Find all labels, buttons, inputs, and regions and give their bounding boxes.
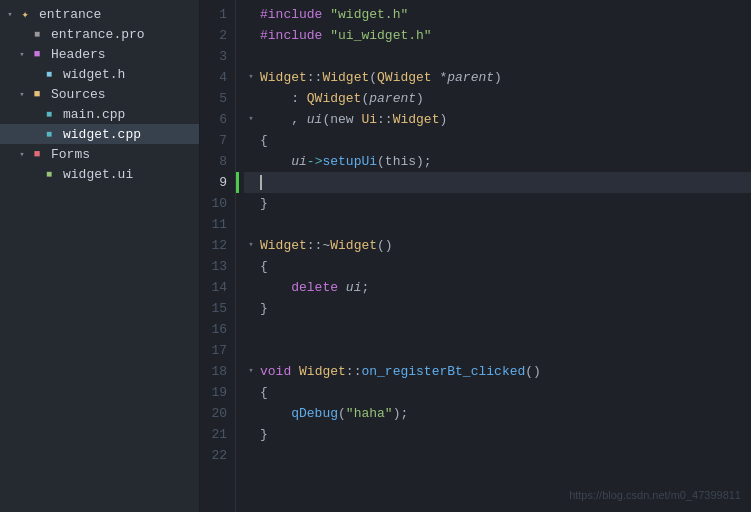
- headers-icon: ■: [29, 46, 45, 62]
- code-line-16: [244, 319, 751, 340]
- code-token: ): [439, 109, 447, 130]
- fold-placeholder: [244, 46, 260, 67]
- code-line-7: {: [244, 130, 751, 151]
- sidebar-item-label: widget.ui: [63, 167, 133, 182]
- fold-button[interactable]: ▾: [244, 113, 258, 127]
- sidebar-item-Sources[interactable]: ▾■Sources: [0, 84, 199, 104]
- chevron-down-icon: ▾: [4, 8, 16, 20]
- sidebar-item-Forms[interactable]: ▾■Forms: [0, 144, 199, 164]
- sidebar-item-widget.h[interactable]: ■widget.h: [0, 64, 199, 84]
- fold-placeholder: [244, 130, 260, 151]
- line-number-13: 13: [200, 256, 227, 277]
- sidebar-item-label: widget.h: [63, 67, 125, 82]
- sidebar-item-widget.cpp[interactable]: ■widget.cpp: [0, 124, 199, 144]
- code-token: ::: [307, 67, 323, 88]
- code-token: {: [260, 130, 268, 151]
- sidebar-item-widget.ui[interactable]: ■widget.ui: [0, 164, 199, 184]
- code-line-11: [244, 214, 751, 235]
- code-token: Widget: [393, 109, 440, 130]
- fold-placeholder: [244, 88, 260, 109]
- code-token: setupUi: [322, 151, 377, 172]
- sidebar-item-entrance.pro[interactable]: ■entrance.pro: [0, 24, 199, 44]
- code-line-1: #include "widget.h": [244, 4, 751, 25]
- line-number-9: 9: [200, 172, 227, 193]
- code-token: ::: [377, 109, 393, 130]
- fold-placeholder: [244, 382, 260, 403]
- code-token: (): [525, 361, 541, 382]
- fold-placeholder: [244, 193, 260, 214]
- chevron-down-icon: ▾: [16, 88, 28, 100]
- code-token: );: [393, 403, 409, 424]
- code-token: *: [432, 67, 448, 88]
- code-token: ): [494, 67, 502, 88]
- forms-icon: ■: [29, 146, 45, 162]
- code-line-20: qDebug("haha");: [244, 403, 751, 424]
- code-line-18: ▾void Widget::on_registerBt_clicked(): [244, 361, 751, 382]
- line-number-14: 14: [200, 277, 227, 298]
- line-number-11: 11: [200, 214, 227, 235]
- line-number-12: 12: [200, 235, 227, 256]
- code-token: }: [260, 298, 268, 319]
- fold-button[interactable]: ▾: [244, 239, 258, 253]
- code-token: (this);: [377, 151, 432, 172]
- fold-placeholder: [244, 151, 260, 172]
- project-icon: ✦: [17, 6, 33, 22]
- code-line-17: [244, 340, 751, 361]
- sidebar-item-label: Headers: [51, 47, 106, 62]
- h-icon: ■: [41, 66, 57, 82]
- code-token: on_registerBt_clicked: [361, 361, 525, 382]
- fold-button[interactable]: ▾: [244, 365, 258, 379]
- code-token: ui: [307, 109, 323, 130]
- sidebar-item-Headers[interactable]: ▾■Headers: [0, 44, 199, 64]
- sidebar-item-label: entrance: [39, 7, 101, 22]
- watermark: https://blog.csdn.net/m0_47399811: [569, 485, 741, 506]
- code-token: parent: [447, 67, 494, 88]
- cpp-icon: ■: [41, 126, 57, 142]
- code-token: ~: [322, 235, 330, 256]
- line-number-1: 1: [200, 4, 227, 25]
- fold-placeholder: [244, 172, 260, 193]
- fold-placeholder: [244, 319, 260, 340]
- sidebar-item-entrance[interactable]: ▾✦entrance: [0, 4, 199, 24]
- line-number-2: 2: [200, 25, 227, 46]
- code-line-5: : QWidget(parent): [244, 88, 751, 109]
- cpp-icon: ■: [41, 106, 57, 122]
- pro-icon: ■: [29, 26, 45, 42]
- fold-placeholder: [244, 424, 260, 445]
- fold-placeholder: [244, 25, 260, 46]
- code-line-4: ▾Widget::Widget(QWidget *parent): [244, 67, 751, 88]
- line-number-8: 8: [200, 151, 227, 172]
- line-numbers: 12345678910111213141516171819202122: [200, 0, 236, 512]
- code-token: ,: [260, 109, 307, 130]
- code-token: "ui_widget.h": [330, 25, 431, 46]
- code-token: Widget: [299, 361, 346, 382]
- sidebar-item-label: Sources: [51, 87, 106, 102]
- code-line-13: {: [244, 256, 751, 277]
- line-number-15: 15: [200, 298, 227, 319]
- code-token: ::: [307, 235, 323, 256]
- fold-button[interactable]: ▾: [244, 71, 258, 85]
- code-token: ::: [346, 361, 362, 382]
- code-token: [260, 277, 291, 298]
- code-token: "widget.h": [330, 4, 408, 25]
- code-token: }: [260, 193, 268, 214]
- code-line-21: }: [244, 424, 751, 445]
- sidebar-item-label: entrance.pro: [51, 27, 145, 42]
- code-content[interactable]: #include "widget.h" #include "ui_widget.…: [236, 0, 751, 512]
- line-number-21: 21: [200, 424, 227, 445]
- code-token: (: [369, 67, 377, 88]
- code-token: void: [260, 361, 291, 382]
- line-number-7: 7: [200, 130, 227, 151]
- code-line-12: ▾Widget::~Widget(): [244, 235, 751, 256]
- sidebar-item-main.cpp[interactable]: ■main.cpp: [0, 104, 199, 124]
- sidebar-item-label: widget.cpp: [63, 127, 141, 142]
- code-token: }: [260, 424, 268, 445]
- code-token: [322, 4, 330, 25]
- code-token: QWidget: [307, 88, 362, 109]
- code-token: ->: [307, 151, 323, 172]
- ui-icon: ■: [41, 166, 57, 182]
- sidebar-item-label: main.cpp: [63, 107, 125, 122]
- code-line-3: [244, 46, 751, 67]
- code-area: 12345678910111213141516171819202122 #inc…: [200, 0, 751, 512]
- code-token: ui: [346, 277, 362, 298]
